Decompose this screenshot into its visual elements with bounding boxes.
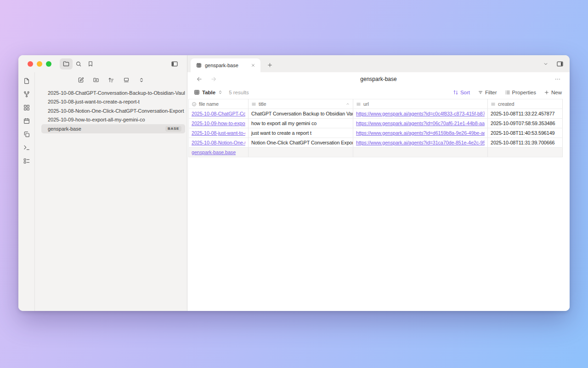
tab-genspark-base[interactable]: genspark-base <box>191 58 260 72</box>
table-row: 2025-10-08-ChatGPT-Conv ChatGPT Conversa… <box>189 109 563 119</box>
cell-title[interactable]: just want to create a report t <box>249 128 353 138</box>
cell-file-name[interactable]: 2025-10-08-ChatGPT-Conv <box>189 109 249 119</box>
column-label: created <box>498 101 514 107</box>
grid-icon <box>23 104 30 111</box>
history-nav <box>195 75 218 83</box>
cell-value: how to export all my gemini co <box>251 121 317 126</box>
file-link[interactable]: 2025-10-08-Notion-One-Cli <box>192 140 245 145</box>
cell-url[interactable]: https://www.genspark.ai/agents?id=31ca70… <box>353 138 488 148</box>
cell-value: 2025-10-08T11:40:53.596149 <box>491 130 554 136</box>
cell-created[interactable]: 2025-10-09T07:58:59.353486 <box>488 119 563 128</box>
canvas-button[interactable] <box>22 103 31 112</box>
collapse-all-button[interactable] <box>122 76 130 84</box>
new-tab-button[interactable] <box>266 61 274 69</box>
plus-icon <box>544 90 549 95</box>
graph-view-button[interactable] <box>22 90 31 99</box>
text-property-icon <box>356 102 361 107</box>
close-window-button[interactable] <box>28 61 33 67</box>
view-selector-label: Table <box>202 90 215 95</box>
cell-created[interactable]: 2025-10-08T11:31:39.700666 <box>488 138 563 148</box>
sort-label: Sort <box>460 90 470 95</box>
file-list-item[interactable]: 2025-10-08-just-want-to-create-a-report-… <box>41 98 185 107</box>
cell-file-name[interactable]: genspark-base.base <box>189 148 249 157</box>
file-name: 2025-10-08-ChatGPT-Conversation-Backup-t… <box>48 90 185 96</box>
file-list-item[interactable]: 2025-10-09-how-to-export-all-my-gemini-c… <box>41 115 185 125</box>
note-ribbon-button[interactable] <box>22 76 31 86</box>
cell-file-name[interactable]: 2025-10-08-just-want-to-cr <box>189 128 249 138</box>
column-header-created[interactable]: created <box>488 99 563 109</box>
cell-file-name[interactable]: 2025-10-09-how-to-export- <box>189 119 249 128</box>
graph-icon <box>23 91 30 98</box>
file-link[interactable]: 2025-10-08-just-want-to-cr <box>192 130 245 136</box>
cell-title[interactable]: Notion One-Click ChatGPT Conversation Ex… <box>249 138 353 148</box>
templates-button[interactable] <box>22 130 31 139</box>
new-button[interactable]: New <box>544 90 562 95</box>
file-icon <box>23 77 30 85</box>
cell-file-name[interactable]: 2025-10-08-Notion-One-Cli <box>189 138 249 148</box>
ribbon <box>18 72 35 311</box>
cell-created[interactable] <box>488 148 563 157</box>
collapse-left-sidebar-button[interactable] <box>168 58 181 69</box>
url-link[interactable]: https://www.genspark.ai/agents?id=31ca70… <box>356 140 485 145</box>
more-options-button[interactable] <box>554 75 562 83</box>
zoom-window-button[interactable] <box>46 61 51 67</box>
forward-button[interactable] <box>209 75 218 83</box>
files-button[interactable] <box>60 58 73 69</box>
search-button[interactable] <box>73 59 85 69</box>
column-header-title[interactable]: title <box>249 99 353 109</box>
sort-button[interactable]: Sort <box>453 90 470 95</box>
column-header-url[interactable]: url <box>353 99 488 109</box>
new-label: New <box>551 90 562 95</box>
file-list-item[interactable]: 2025-10-08-ChatGPT-Conversation-Backup-t… <box>41 88 185 98</box>
command-palette-button[interactable] <box>22 143 31 152</box>
file-list-item-selected[interactable]: genspark-base BASE <box>41 124 185 133</box>
expand-right-sidebar-button[interactable] <box>556 60 564 68</box>
view-selector[interactable]: Table <box>194 89 223 95</box>
arrow-right-icon <box>210 76 217 82</box>
cell-created[interactable]: 2025-10-08T11:33:22.457877 <box>488 109 563 119</box>
chevron-down-icon <box>543 61 548 67</box>
minimize-window-button[interactable] <box>37 61 42 67</box>
back-button[interactable] <box>195 75 204 83</box>
new-note-button[interactable] <box>77 76 85 84</box>
bookmarks-button[interactable] <box>85 59 96 69</box>
panel-left-icon <box>171 60 178 68</box>
cell-created[interactable]: 2025-10-08T11:40:53.596149 <box>488 128 563 138</box>
close-tab-button[interactable] <box>250 62 256 69</box>
table-row: genspark-base.base <box>189 148 563 157</box>
file-list-item[interactable]: 2025-10-08-Notion-One-Click-ChatGPT-Conv… <box>41 106 185 115</box>
url-link[interactable]: https://www.genspark.ai/agents?id=c0c4f8… <box>356 111 485 116</box>
file-link[interactable]: 2025-10-08-ChatGPT-Conv <box>192 111 245 116</box>
table-icon <box>194 89 200 95</box>
cell-title[interactable] <box>249 148 353 157</box>
properties-button[interactable]: Properties <box>505 90 536 95</box>
filter-label: Filter <box>485 90 497 95</box>
filter-icon <box>478 90 483 95</box>
cell-url[interactable] <box>353 148 488 157</box>
tab-list-button[interactable] <box>543 61 549 67</box>
cell-title[interactable]: how to export all my gemini co <box>249 119 353 128</box>
file-link[interactable]: 2025-10-09-how-to-export- <box>192 121 245 126</box>
column-header-file-name[interactable]: file name <box>189 99 249 109</box>
cell-url[interactable]: https://www.genspark.ai/agents?id=d6159b… <box>353 128 488 138</box>
list-icon <box>505 90 510 95</box>
filter-button[interactable]: Filter <box>478 90 497 95</box>
expand-button[interactable] <box>137 76 146 84</box>
daily-note-button[interactable] <box>22 116 31 126</box>
sidebar-body: 2025-10-08-ChatGPT-Conversation-Backup-t… <box>18 72 187 311</box>
new-folder-button[interactable] <box>92 76 100 84</box>
file-explorer-actions <box>35 74 187 86</box>
cell-url[interactable]: https://www.genspark.ai/agents?id=06c70a… <box>353 119 488 128</box>
file-link[interactable]: genspark-base.base <box>192 150 245 155</box>
terminal-icon <box>23 144 30 151</box>
cell-value: 2025-10-08T11:31:39.700666 <box>491 140 554 145</box>
url-link[interactable]: https://www.genspark.ai/agents?id=06c70a… <box>356 121 485 126</box>
cell-value: 2025-10-09T07:58:59.353486 <box>491 121 555 126</box>
cell-title[interactable]: ChatGPT Conversation Backup to Obsidian … <box>249 109 353 119</box>
view-header: genspark-base <box>187 72 570 86</box>
sort-order-button[interactable] <box>107 76 115 84</box>
cell-url[interactable]: https://www.genspark.ai/agents?id=c0c4f8… <box>353 109 488 119</box>
url-link[interactable]: https://www.genspark.ai/agents?id=d6159b… <box>356 130 485 136</box>
bases-button[interactable] <box>22 156 31 166</box>
window-controls <box>28 61 51 67</box>
